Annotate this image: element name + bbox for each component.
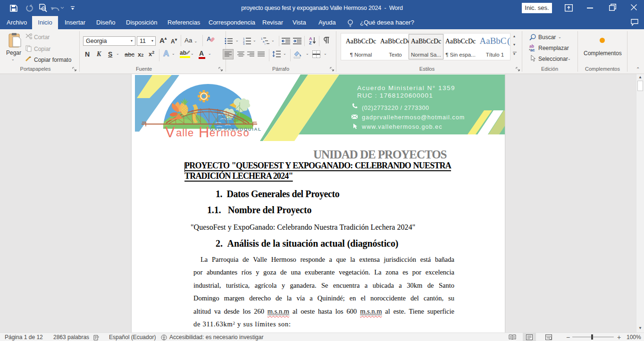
svg-text:(02)2773220 / 2773300: (02)2773220 / 2773300 [362, 105, 429, 111]
svg-text:Acuerdo Ministerial N° 1359: Acuerdo Ministerial N° 1359 [357, 84, 455, 91]
svg-text:3: 3 [243, 42, 245, 45]
svg-text:ac: ac [530, 48, 535, 52]
svg-text:RUC : 1768120600001: RUC : 1768120600001 [357, 92, 433, 99]
svg-text:Z: Z [309, 41, 312, 45]
svg-text:gadprvallehermoso@hotmail.com: gadprvallehermoso@hotmail.com [362, 114, 465, 121]
svg-text:A: A [207, 35, 211, 42]
svg-text:i: i [265, 42, 265, 45]
svg-text:www.vallehermoso.gob.ec: www.vallehermoso.gob.ec [361, 124, 443, 130]
svg-text:H: H [199, 124, 209, 141]
svg-text:GAD PARROQUIAL: GAD PARROQUIAL [210, 126, 261, 132]
svg-text:V: V [165, 124, 175, 141]
svg-text:alle: alle [176, 127, 194, 139]
svg-text:x: x [98, 335, 99, 338]
